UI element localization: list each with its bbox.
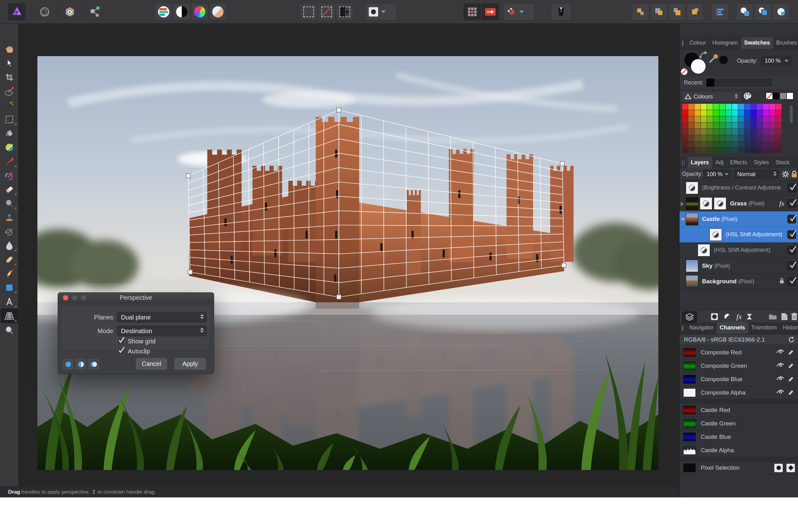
layer-row-background[interactable]: Background (Pixel) xyxy=(680,274,798,289)
swatch-cell[interactable] xyxy=(682,104,688,110)
swatch-cell[interactable] xyxy=(744,110,750,116)
layers-panel-icon[interactable] xyxy=(682,311,697,323)
selection-intersect-icon[interactable] xyxy=(786,464,795,472)
auto-contrast-button[interactable] xyxy=(173,3,190,20)
layer-visibility-checkbox[interactable] xyxy=(787,199,796,208)
channel-row-castle-alpha[interactable]: Castle Alpha xyxy=(680,444,798,457)
picked-colour-well[interactable] xyxy=(719,55,728,64)
zoom-tool[interactable] xyxy=(1,323,18,337)
text-tool[interactable] xyxy=(1,294,18,308)
swatch-cell[interactable] xyxy=(769,147,775,153)
boolean-subtract-button[interactable] xyxy=(754,3,772,20)
dialog-titlebar[interactable]: Perspective xyxy=(58,293,214,303)
channel-visible-icon[interactable] xyxy=(776,362,784,369)
layer-thumbnail[interactable] xyxy=(686,275,698,288)
swatch-cell[interactable] xyxy=(750,135,757,141)
auto-white-balance-button[interactable] xyxy=(209,3,226,20)
grid-handle[interactable] xyxy=(562,263,566,267)
clone-tool[interactable] xyxy=(1,210,18,224)
close-button[interactable] xyxy=(63,295,68,301)
tab-transform[interactable]: Transform xyxy=(748,322,780,334)
swatch-cell[interactable] xyxy=(763,129,769,135)
swatch-cell[interactable] xyxy=(757,104,763,110)
preview-mirror-toggle[interactable] xyxy=(89,359,99,369)
grid-handle[interactable] xyxy=(188,270,192,274)
palette-select[interactable]: Colours xyxy=(681,91,741,102)
channel-thumbnail[interactable] xyxy=(683,406,696,415)
new-mask-button[interactable] xyxy=(709,311,719,322)
preview-split-toggle[interactable] xyxy=(76,359,86,369)
layer-row-brightness-contrast-adjustme[interactable]: (Brightness / Contrast Adjustme xyxy=(680,180,798,196)
swatch-white[interactable] xyxy=(786,93,793,99)
swatch-cell[interactable] xyxy=(682,110,688,116)
swatch-cell[interactable] xyxy=(776,129,781,135)
layer-row-hsl-shift-adjustment[interactable]: (HSL Shift Adjustment) xyxy=(680,227,798,243)
channel-editable-icon[interactable] xyxy=(788,375,795,383)
tab-histogram[interactable]: Histogram xyxy=(709,37,741,49)
swatch-cell[interactable] xyxy=(763,122,769,128)
apply-button[interactable]: Apply xyxy=(174,358,206,369)
expand-icon[interactable] xyxy=(681,202,684,206)
swatch-cell[interactable] xyxy=(769,135,775,141)
swatch-cell[interactable] xyxy=(763,116,769,122)
grid-handle[interactable] xyxy=(560,162,565,166)
swatch-cell[interactable] xyxy=(719,141,725,147)
grid-handle[interactable] xyxy=(337,108,341,112)
swatch-cell[interactable] xyxy=(732,135,738,141)
layer-visibility-checkbox[interactable] xyxy=(787,246,796,254)
swatch-cell[interactable] xyxy=(719,135,725,141)
swatch-cell[interactable] xyxy=(769,122,775,128)
show-grid-checkbox[interactable]: Show grid xyxy=(117,338,155,345)
swatch-cell[interactable] xyxy=(744,135,750,141)
dodge-tool[interactable] xyxy=(1,196,18,210)
swatch-cell[interactable] xyxy=(695,104,700,110)
colour-replacement-tool[interactable] xyxy=(1,168,18,182)
swatch-cell[interactable] xyxy=(757,147,763,153)
quick-mask-button[interactable] xyxy=(365,3,397,20)
layer-opacity-select[interactable]: 100 % xyxy=(703,170,731,179)
delete-layer-button[interactable] xyxy=(789,311,798,322)
swatch-cell[interactable] xyxy=(744,104,750,110)
layer-row-hsl-shift-adjustment[interactable]: (HSL Shift Adjustment) xyxy=(680,243,798,258)
swatch-cell[interactable] xyxy=(763,104,769,110)
channel-row-composite-green[interactable]: Composite Green xyxy=(680,359,798,373)
swatch-cell[interactable] xyxy=(713,116,719,122)
move-whole-pixels-button[interactable] xyxy=(481,3,499,20)
new-group-button[interactable] xyxy=(768,311,778,322)
boolean-add-button[interactable] xyxy=(736,3,754,20)
swatch-cell[interactable] xyxy=(713,141,719,147)
swatch-cell[interactable] xyxy=(701,129,707,135)
swatch-cell[interactable] xyxy=(757,135,763,141)
swatch-cell[interactable] xyxy=(732,104,738,110)
swatch-cell[interactable] xyxy=(713,147,719,153)
tab-channels[interactable]: Channels xyxy=(717,322,748,334)
swatch-cell[interactable] xyxy=(769,104,775,110)
swatch-cell[interactable] xyxy=(750,110,757,116)
swatch-cell[interactable] xyxy=(750,129,757,135)
swatch-cell[interactable] xyxy=(757,110,763,116)
swatch-cell[interactable] xyxy=(695,116,700,122)
swatch-cell[interactable] xyxy=(707,110,713,116)
swatch-cell[interactable] xyxy=(738,110,744,116)
auto-levels-button[interactable] xyxy=(155,3,172,20)
new-layer-button[interactable] xyxy=(779,311,789,322)
chevron-down-icon[interactable] xyxy=(381,11,385,13)
swatch-cell[interactable] xyxy=(726,116,732,122)
swatch-cell[interactable] xyxy=(750,147,757,153)
layer-visibility-checkbox[interactable] xyxy=(787,277,796,286)
layer-effects-button[interactable]: fx xyxy=(734,311,744,322)
swatch-cell[interactable] xyxy=(695,129,700,135)
swatch-cell[interactable] xyxy=(707,104,713,110)
channel-row-composite-alpha[interactable]: Composite Alpha xyxy=(680,386,798,400)
swatch-cell[interactable] xyxy=(701,104,707,110)
channel-visible-icon[interactable] xyxy=(776,376,784,383)
channel-visible-icon[interactable] xyxy=(776,389,784,396)
paint-brush-tool[interactable] xyxy=(1,154,18,168)
swatch-cell[interactable] xyxy=(757,129,763,135)
pixel-grid-button[interactable] xyxy=(463,3,481,20)
layer-visibility-checkbox[interactable] xyxy=(787,215,796,224)
swatch-cell[interactable] xyxy=(750,116,757,122)
swatch-cell[interactable] xyxy=(719,129,725,135)
layer-thumbnail[interactable] xyxy=(686,260,698,272)
channel-row-composite-red[interactable]: Composite Red xyxy=(680,346,798,359)
